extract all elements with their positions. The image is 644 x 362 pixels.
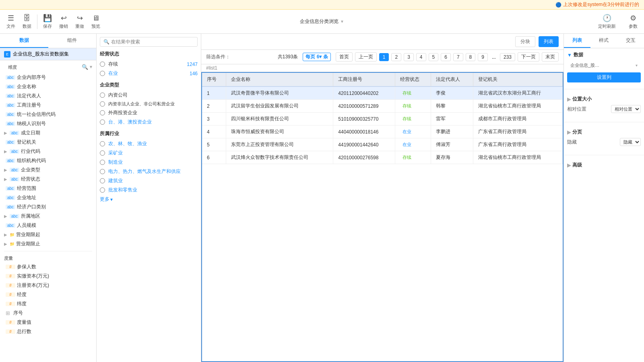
dim-item-17[interactable]: ▶ 📁 营业期限起: [0, 230, 96, 239]
last-page-button[interactable]: 末页: [542, 52, 559, 62]
sidebar-dataset[interactable]: E 企业信息_股东出资数据集: [0, 48, 96, 60]
meas-item-4[interactable]: # 纬度: [0, 299, 96, 309]
meas-item-1[interactable]: # 实缴资本(万元): [0, 272, 96, 281]
filter-label-ind-3[interactable]: 电力、热力、燃气及水生产和供应: [108, 168, 181, 175]
page-2-button[interactable]: 2: [391, 53, 401, 61]
filter-label-ind-4[interactable]: 建筑业: [108, 177, 123, 184]
table-row[interactable]: 6 武汉烽火众智数字技术有限责任公司 420100000276598 存续 夏存…: [202, 151, 563, 164]
dim-item-15[interactable]: ▶ abc 所属地区: [0, 212, 96, 221]
meas-item-0[interactable]: # 参保人数: [0, 262, 96, 272]
expand-icon[interactable]: ▾: [90, 64, 92, 70]
right-advanced-title[interactable]: ▶ 高级: [567, 162, 641, 169]
page-5-button[interactable]: 5: [429, 53, 439, 61]
filter-label-zai[interactable]: 在业: [108, 70, 118, 77]
page-6-button[interactable]: 6: [441, 53, 451, 61]
next-page-button[interactable]: 下一页: [518, 52, 539, 62]
prev-page-button[interactable]: 上一页: [355, 52, 377, 62]
dim-item-11[interactable]: ▶ abc 经营状态: [0, 175, 96, 184]
dim-item-18[interactable]: ▶ 📁 营业期限止: [0, 239, 96, 249]
dim-item-3[interactable]: abc 工商注册号: [0, 101, 96, 110]
filter-radio-ind-0[interactable]: [100, 141, 105, 146]
filter-title-industry: 所属行业: [100, 130, 198, 137]
table-row[interactable]: 1 武汉奇普微半导体有限公司 420112000440202 存续 李俊 湖北省…: [202, 86, 563, 100]
undo-button[interactable]: ↩ 撤销: [56, 12, 71, 31]
filter-radio-type-2[interactable]: [100, 110, 105, 115]
dim-item-12[interactable]: abc 经营范围: [0, 184, 96, 193]
tab-data[interactable]: 数据: [0, 34, 48, 48]
filter-label-ind-2[interactable]: 制造业: [108, 159, 123, 166]
meas-item-7[interactable]: # 总行数: [0, 327, 96, 336]
dim-item-5[interactable]: abc 纳税人识别号: [0, 119, 96, 128]
dim-item-14[interactable]: abc 经济户口类别: [0, 202, 96, 212]
right-tab-list[interactable]: 列表: [564, 34, 590, 48]
filter-radio-zai[interactable]: [100, 71, 105, 76]
filter-radio-ind-2[interactable]: [100, 160, 105, 165]
filter-radio-ind-4[interactable]: [100, 178, 105, 183]
table-row[interactable]: 3 四川银米科技有限责任公司 510109000325770 存续 雷军 成都市…: [202, 113, 563, 125]
table-row[interactable]: 2 武汉留学生创业园发展有限公司 420100000571289 存续 韩黎 湖…: [202, 100, 563, 113]
filter-label-ind-0[interactable]: 农、林、牧、渔业: [108, 140, 147, 147]
page-3-button[interactable]: 3: [404, 53, 414, 61]
view-list-button[interactable]: 列表: [539, 36, 559, 47]
filter-radio-type-1[interactable]: [100, 101, 105, 107]
page-9-button[interactable]: 9: [478, 53, 488, 61]
data-dataset-chevron[interactable]: ▾: [636, 63, 638, 68]
data-button[interactable]: 🗄 数据: [19, 12, 35, 31]
position-type-select[interactable]: 相对位置: [611, 105, 641, 113]
dim-item-2[interactable]: abc 法定代表人: [0, 91, 96, 101]
page-value-select[interactable]: 隐藏: [620, 138, 641, 146]
toolbar-right: 🕐 定时刷新 ⚙ 参数: [595, 12, 641, 31]
table-row[interactable]: 5 东莞市上正投资管理有限公司 441900001442640 在业 傅淑芳 广…: [202, 138, 563, 151]
dim-item-1[interactable]: abc 企业名称: [0, 82, 96, 91]
filter-radio-cun[interactable]: [100, 62, 105, 67]
dim-item-16[interactable]: abc 人员规模: [0, 221, 96, 230]
filter-radio-ind-5[interactable]: [100, 187, 105, 193]
dim-item-7[interactable]: abc 登记机关: [0, 138, 96, 147]
filter-radio-type-3[interactable]: [100, 119, 105, 125]
page-4-button[interactable]: 4: [416, 53, 426, 61]
dim-item-8[interactable]: ▶ abc 行业代码: [0, 147, 96, 156]
dim-item-0[interactable]: abc 企业内部序号: [0, 73, 96, 82]
right-tab-interact[interactable]: 交互: [617, 34, 644, 48]
dim-item-4[interactable]: abc 统一社会信用代码: [0, 110, 96, 119]
per-page-selector[interactable]: 每页 6▾ 条: [303, 53, 330, 61]
page-233-button[interactable]: 233: [500, 53, 515, 61]
dim-item-9[interactable]: abc 组织机构代码: [0, 156, 96, 165]
set-list-button[interactable]: 设置列: [567, 72, 641, 82]
save-button[interactable]: 💾 保存: [40, 12, 55, 31]
filter-label-ind-5[interactable]: 批发和零售业: [108, 187, 137, 193]
page-1-button[interactable]: 1: [379, 53, 389, 61]
file-button[interactable]: ☰ 文件: [3, 12, 19, 31]
right-data-title[interactable]: ▼ 数据: [567, 51, 641, 58]
filter-search-box[interactable]: 🔍: [100, 37, 198, 47]
right-page-title[interactable]: ▶ 分页: [567, 129, 641, 136]
meas-item-2[interactable]: # 注册资本(万元): [0, 281, 96, 290]
reference-button[interactable]: ⚙ 参数: [625, 12, 641, 31]
filter-search-input[interactable]: [111, 39, 194, 45]
filter-label-type-3[interactable]: 台、港、澳投资企业: [108, 119, 152, 125]
search-icon[interactable]: 🔍: [82, 64, 88, 70]
filter-label-ind-1[interactable]: 采矿业: [108, 150, 123, 156]
tab-component[interactable]: 组件: [48, 34, 97, 48]
view-block-button[interactable]: 分块: [515, 36, 535, 47]
meas-item-6[interactable]: # 度量值: [0, 318, 96, 327]
meas-item-5[interactable]: ⊞ 序号: [0, 309, 96, 318]
table-row[interactable]: 4 珠海市恒威投资有限公司 440400000018146 在业 李鹏进 广东省…: [202, 125, 563, 138]
page-7-button[interactable]: 7: [453, 53, 463, 61]
dim-item-6[interactable]: ▶ abc 成立日期: [0, 128, 96, 138]
scheduled-refresh-button[interactable]: 🕐 定时刷新: [595, 12, 619, 31]
first-page-button[interactable]: 首页: [336, 52, 353, 62]
cell-id: 6: [202, 151, 226, 164]
redo-button[interactable]: ↪ 重做: [72, 12, 87, 31]
filter-radio-type-0[interactable]: [100, 93, 105, 98]
right-tab-style[interactable]: 样式: [590, 34, 617, 48]
dim-item-13[interactable]: abc 企业地址: [0, 193, 96, 202]
filter-radio-ind-3[interactable]: [100, 169, 105, 174]
page-8-button[interactable]: 8: [466, 53, 476, 61]
more-button[interactable]: 更多 ▾: [100, 196, 198, 203]
filter-radio-ind-1[interactable]: [100, 150, 105, 156]
preview-button[interactable]: 🖥 预览: [88, 12, 103, 31]
right-position-title[interactable]: ▶ 位置大小: [567, 96, 641, 103]
dim-item-10[interactable]: ▶ abc 企业类型: [0, 165, 96, 175]
meas-item-3[interactable]: # 经度: [0, 290, 96, 299]
